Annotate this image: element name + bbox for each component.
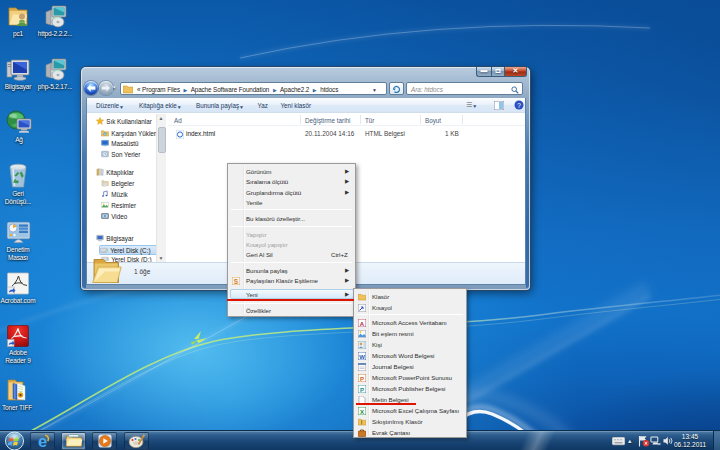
svg-text:W: W: [359, 354, 365, 360]
svg-text:X: X: [360, 409, 364, 415]
svg-text:A: A: [360, 321, 365, 327]
svg-text:?: ?: [517, 102, 521, 109]
svg-text:P: P: [360, 387, 364, 393]
svg-text:S: S: [234, 278, 239, 285]
svg-text:P: P: [360, 376, 364, 382]
